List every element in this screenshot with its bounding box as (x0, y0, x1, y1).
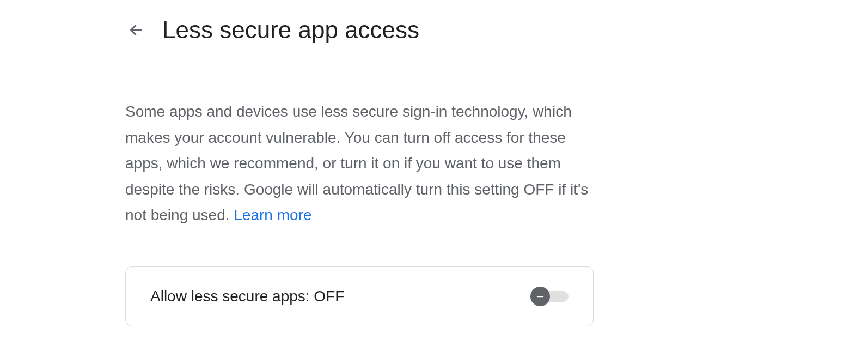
back-arrow-button[interactable] (125, 19, 147, 41)
page-title: Less secure app access (162, 16, 419, 44)
allow-less-secure-apps-toggle[interactable] (530, 290, 569, 303)
description-body: Some apps and devices use less secure si… (125, 103, 588, 223)
description-text: Some apps and devices use less secure si… (125, 99, 594, 228)
toggle-card: Allow less secure apps: OFF (125, 266, 594, 326)
header: Less secure app access (0, 0, 868, 60)
minus-icon (535, 292, 545, 301)
arrow-left-icon (129, 22, 144, 38)
learn-more-link[interactable]: Learn more (234, 207, 311, 223)
toggle-thumb (530, 287, 550, 306)
content: Some apps and devices use less secure si… (0, 60, 719, 326)
toggle-label: Allow less secure apps: OFF (150, 288, 344, 305)
